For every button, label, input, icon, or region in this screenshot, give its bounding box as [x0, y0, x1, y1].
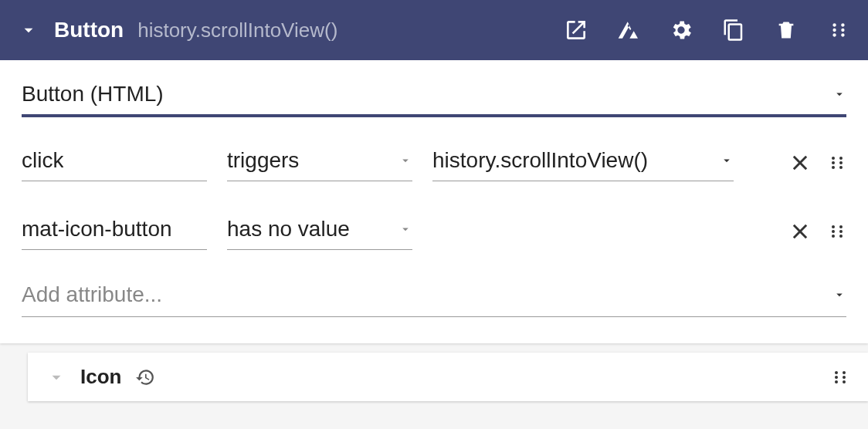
child-drag-handle[interactable] [831, 368, 849, 387]
close-icon [789, 152, 811, 174]
attribute-value: mat-icon-button [22, 217, 172, 242]
chevron-down-icon [46, 367, 66, 387]
open-external-icon [564, 18, 588, 42]
svg-point-20 [835, 380, 838, 383]
delete-button[interactable] [771, 15, 802, 46]
svg-point-14 [832, 235, 835, 238]
settings-button[interactable] [666, 15, 697, 46]
element-selector[interactable]: Button (HTML) [22, 82, 846, 117]
trash-icon [775, 19, 797, 41]
event-field[interactable]: click [22, 145, 207, 181]
svg-point-13 [832, 230, 835, 233]
gear-icon [669, 18, 693, 42]
value-select[interactable]: has no value [227, 214, 412, 250]
attribute-row: mat-icon-button has no value [22, 214, 846, 250]
svg-point-17 [839, 235, 843, 238]
grip-icon [828, 222, 846, 241]
caret-down-icon [720, 154, 734, 167]
svg-point-7 [832, 161, 835, 164]
open-external-button[interactable] [561, 15, 592, 46]
svg-point-5 [841, 33, 844, 36]
component-subtitle: history.scrollIntoView() [137, 19, 337, 42]
chevron-down-icon [19, 20, 39, 40]
value-state: has no value [227, 217, 350, 242]
svg-point-9 [839, 157, 843, 160]
caret-down-icon [398, 222, 412, 236]
history-icon [135, 367, 155, 387]
svg-point-3 [841, 23, 844, 26]
svg-point-8 [832, 166, 835, 169]
svg-point-10 [839, 161, 843, 164]
remove-row-button[interactable] [789, 152, 811, 174]
caret-down-icon [832, 288, 846, 302]
event-value: click [22, 148, 63, 173]
target-value: history.scrollIntoView() [432, 148, 648, 173]
svg-point-2 [832, 33, 836, 36]
row-drag-handle[interactable] [828, 222, 846, 241]
component-title: Button [54, 18, 124, 42]
close-icon [789, 221, 811, 242]
svg-point-18 [835, 371, 838, 374]
target-select[interactable]: history.scrollIntoView() [432, 145, 734, 181]
palette-icon [616, 18, 641, 42]
caret-down-icon [398, 154, 412, 167]
svg-point-11 [839, 166, 843, 169]
svg-point-1 [832, 29, 836, 32]
svg-point-21 [843, 371, 846, 374]
child-component-row: Icon [28, 353, 868, 401]
svg-point-23 [843, 380, 846, 383]
svg-point-12 [832, 225, 835, 228]
remove-row-button[interactable] [789, 221, 811, 242]
drag-handle[interactable] [823, 15, 854, 46]
svg-point-6 [832, 157, 835, 160]
grip-icon [831, 368, 849, 387]
svg-point-0 [832, 23, 836, 26]
svg-point-22 [843, 376, 846, 379]
svg-point-4 [841, 29, 844, 32]
component-header: Button history.scrollIntoView() [0, 0, 868, 60]
svg-point-15 [839, 225, 843, 228]
attribute-field[interactable]: mat-icon-button [22, 214, 207, 250]
copy-icon [722, 19, 745, 42]
operator-value: triggers [227, 148, 299, 173]
add-attribute-placeholder: Add attribute... [22, 282, 162, 307]
palette-button[interactable] [613, 15, 644, 46]
caret-down-icon [832, 87, 846, 101]
grip-icon [829, 20, 849, 40]
child-expand-toggle[interactable] [46, 367, 66, 387]
svg-point-19 [835, 376, 838, 379]
element-selector-label: Button (HTML) [22, 82, 164, 106]
expand-toggle[interactable] [19, 20, 39, 40]
operator-select[interactable]: triggers [227, 145, 412, 181]
row-drag-handle[interactable] [828, 154, 846, 172]
copy-button[interactable] [718, 15, 749, 46]
child-title: Icon [80, 365, 121, 389]
attribute-row: click triggers history.scrollIntoView() [22, 145, 846, 181]
grip-icon [828, 154, 846, 172]
svg-point-16 [839, 230, 843, 233]
add-attribute-input[interactable]: Add attribute... [22, 282, 846, 317]
